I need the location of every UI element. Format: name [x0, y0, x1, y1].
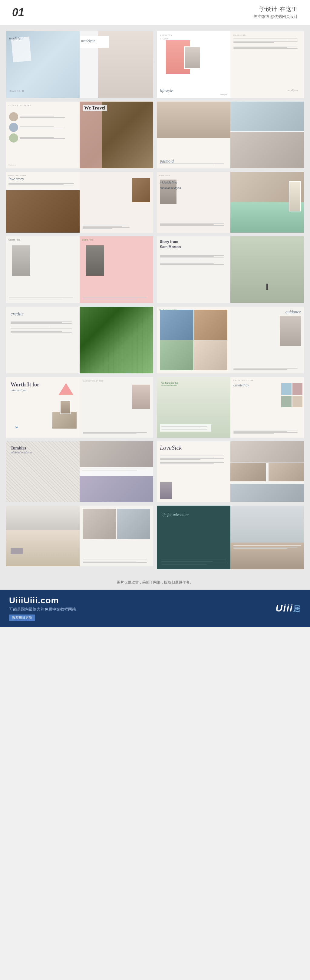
curated-white-box: [160, 424, 211, 432]
main-content-area: madelynn ISSUE NO. 09 madelynn MADELYNN …: [0, 25, 310, 575]
lovesick-text-block: [160, 455, 227, 465]
madelynn-label: MADELYNN: [160, 34, 227, 36]
crt4: [233, 433, 274, 434]
spread-story-sam: Story fromSam Morton: [157, 236, 304, 303]
gt2: [160, 224, 214, 225]
tumblrs-right: [80, 441, 153, 502]
contributor-photo-2: [9, 123, 18, 132]
contributor-1: [9, 112, 77, 121]
curated-text-overlay: we hung up the something beautiful: [161, 382, 226, 386]
adventure-right-text: [233, 546, 301, 549]
tumblrs-left: Tumblrs minimal madlynn: [6, 441, 80, 502]
ls-text-2: [8, 185, 63, 185]
text-line-3: [233, 41, 297, 41]
guidance-single-photo: [280, 316, 301, 346]
ct4: [11, 327, 49, 327]
page-header: 01 学设计 在这里 关注微博 @优秀网页设计: [0, 0, 310, 25]
story-title-text: Story fromSam Morton: [160, 239, 181, 250]
desc-line-3: [20, 138, 65, 139]
guideline-meta: Madelynn: [159, 174, 228, 176]
crt1: [233, 430, 297, 430]
grid-photo-4: [194, 340, 228, 370]
llt6: [160, 463, 214, 464]
story-right: [230, 236, 304, 303]
adventure-text: [161, 560, 226, 565]
love-story-small-photo: [132, 178, 150, 202]
footer-right-section: Uiii居: [275, 603, 301, 614]
st7: [160, 264, 224, 265]
credits-title: credits: [11, 311, 24, 317]
blue-arrow-deco: ⌄: [14, 422, 20, 430]
contributor-2: [9, 123, 77, 132]
spread-guidance-photos: madlynn vol guidance: [157, 307, 304, 373]
magazine-grid: madelynn ISSUE NO. 09 madelynn MADELYNN …: [6, 31, 304, 569]
sr1: [83, 298, 147, 298]
gt1: [160, 223, 224, 224]
madelynn-script-left: madelynn: [9, 36, 25, 41]
st6: [160, 263, 214, 264]
text-line-4: [233, 42, 274, 43]
st2: [160, 256, 214, 257]
spread-credits: credits: [6, 307, 153, 373]
crt3: [233, 432, 297, 433]
tto1: [82, 469, 147, 469]
ls-text-1: [8, 183, 74, 184]
worth-interior-photo: [52, 412, 77, 429]
lsr-text-4: [83, 228, 112, 229]
spread-love-story: Madelynn / Story love story: [6, 172, 153, 233]
guidance-photo-grid: [160, 310, 227, 370]
st5: [160, 262, 224, 262]
laptop-icon: [11, 548, 23, 554]
story-title: Story fromSam Morton: [160, 239, 181, 250]
sl1: [9, 298, 73, 298]
studio-left-text: [9, 297, 77, 300]
spread-lovesick: LoveSick: [157, 441, 304, 502]
worth-left: Worth It for minimallynn ⌄: [6, 377, 80, 438]
text-line-1: [233, 38, 297, 39]
spread-worth-it-for: Worth It for minimallynn ⌄ Madelynn Stor…: [6, 377, 153, 438]
love-story-left: Madelynn / Story love story: [6, 172, 80, 233]
worth-title: Worth It for: [11, 382, 40, 388]
spread-curated-by: we hung up the something beautiful Madel…: [157, 377, 304, 438]
spread-tumblrs: Tumblrs minimal madlynn: [6, 441, 153, 502]
lovesick-title: LoveSick: [160, 444, 182, 451]
lifestyle-meta: madlynn: [220, 94, 227, 95]
ls-text-3: [8, 186, 74, 186]
interior-photo-1: [83, 509, 116, 539]
credits-left: credits: [6, 307, 80, 373]
tl2: [160, 165, 214, 165]
love-story-text-block: [8, 183, 77, 187]
tl1: [160, 164, 224, 164]
guideline-title: / Guidelineminimal madlynn: [160, 180, 181, 191]
update-badge[interactable]: 教程每日更新: [9, 614, 35, 621]
text-line-7: [233, 48, 297, 49]
wrt2: [83, 433, 136, 434]
lsr-text-3: [83, 227, 130, 228]
worth-subtitle: minimallynn: [11, 388, 40, 392]
guidance-label: guidance: [285, 310, 301, 315]
name-line-3: [20, 137, 54, 138]
llt5: [160, 462, 224, 463]
desc-line-2: [20, 128, 65, 128]
adv-line-1: [161, 560, 226, 560]
person-silhouette: [266, 283, 268, 290]
palmoid-right: [230, 102, 304, 168]
guideline-header: Madelynn: [159, 174, 228, 176]
studio-right-text: [83, 297, 150, 300]
tumblrs-subtitle: minimal madlynn: [11, 451, 32, 454]
contributor-info-2: [20, 126, 77, 129]
ct7: [11, 332, 72, 333]
text-line-6: [233, 47, 287, 48]
llt4: [160, 459, 201, 460]
header-title: 学设计 在这里: [253, 5, 298, 13]
guideline-text: [160, 222, 227, 227]
art2: [233, 548, 287, 549]
footer-logo: Uiii居: [275, 603, 301, 614]
we-travel-title: We Travel: [83, 105, 107, 111]
gt3: [160, 225, 224, 226]
lsr-text-2: [83, 226, 122, 227]
spread-guideline: Madelynn / Guidelineminimal madlynn: [157, 172, 304, 233]
adventure-right: Outdoor Adventures: [230, 506, 304, 569]
grid-photo-2: [194, 310, 228, 340]
love-story-photo-bg: [6, 190, 80, 233]
